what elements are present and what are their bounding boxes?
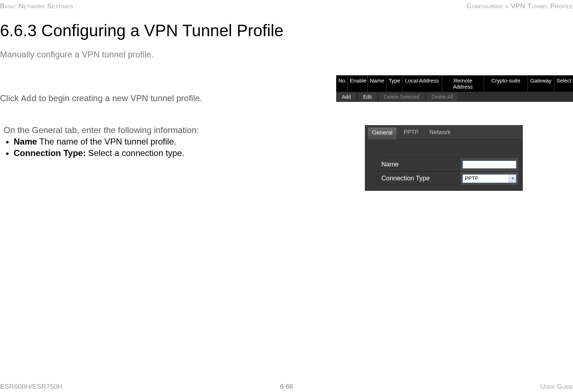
edit-button[interactable]: Edit	[358, 93, 377, 101]
tab-network[interactable]: Network	[425, 127, 455, 139]
header-right: Configuring a VPN Tunnel Profile	[466, 2, 573, 10]
add-button[interactable]: Add	[337, 93, 356, 101]
delete-all-button[interactable]: Delete All	[427, 93, 458, 101]
name-label: Name	[377, 157, 460, 171]
chevron-down-icon	[511, 178, 514, 179]
bullet-name: Name The name of the VPN tunnel profile.	[14, 136, 258, 147]
col-local-address: Local Address	[402, 75, 442, 92]
bullet-conn-desc: Select a connection type.	[86, 148, 184, 158]
bullet-name-desc: The name of the VPN tunnel profile.	[37, 137, 176, 146]
connection-type-label: Connection Type	[377, 171, 460, 185]
panel-tabs: General PPTP Network	[365, 126, 522, 140]
footer-center: 6-66	[280, 383, 293, 391]
col-name: Name	[368, 75, 386, 92]
page-subtitle: Manually configure a VPN tunnel profile.	[0, 49, 573, 60]
page-title: 6.6.3 Configuring a VPN Tunnel Profile	[0, 21, 573, 40]
vpn-table-header: No. Enable Name Type Local Address Remot…	[336, 75, 573, 92]
connection-type-dropdown-button[interactable]	[509, 175, 516, 183]
connection-type-select[interactable]: PPTP	[462, 174, 516, 183]
step1-pre: Click	[0, 93, 21, 103]
vpn-table-actions: Add Edit Delete Selected Delete All	[336, 92, 573, 102]
name-input[interactable]	[462, 161, 516, 169]
col-type: Type	[386, 75, 402, 92]
col-gateway: Gateway	[528, 75, 554, 92]
step2-intro: On the General tab, enter the following …	[4, 125, 258, 135]
vpn-profile-table: No. Enable Name Type Local Address Remot…	[336, 75, 573, 102]
footer-right: User Guide	[540, 383, 573, 391]
col-no: No.	[336, 75, 348, 92]
col-crypto-suite: Crypto-suite	[484, 75, 528, 92]
col-enable: Enable	[348, 75, 368, 92]
tab-pptp[interactable]: PPTP	[399, 127, 423, 139]
step1-text: Click Add to begin creating a new VPN tu…	[0, 93, 237, 104]
step2-bullets: Name The name of the VPN tunnel profile.…	[14, 136, 258, 159]
footer-left: ESR600H/ESR750H	[0, 383, 62, 391]
bullet-conn-label: Connection Type:	[14, 148, 86, 158]
bullet-connection-type: Connection Type: Select a connection typ…	[14, 147, 258, 159]
col-select: Select	[554, 75, 573, 92]
step1-code: Add	[21, 94, 37, 104]
step1-post: to begin creating a new VPN tunnel profi…	[37, 93, 202, 103]
field-row-connection-type: Connection Type PPTP	[377, 171, 519, 185]
tab-general[interactable]: General	[367, 127, 397, 140]
connection-type-value: PPTP	[463, 175, 509, 183]
profile-panel: General PPTP Network Name Connection Typ…	[365, 125, 523, 191]
col-remote-address: Remote Address	[442, 75, 484, 92]
bullet-name-label: Name	[14, 137, 37, 146]
delete-selected-button[interactable]: Delete Selected	[379, 93, 424, 101]
field-row-name: Name	[377, 157, 519, 171]
header-left: Basic Network Settings	[0, 2, 73, 10]
